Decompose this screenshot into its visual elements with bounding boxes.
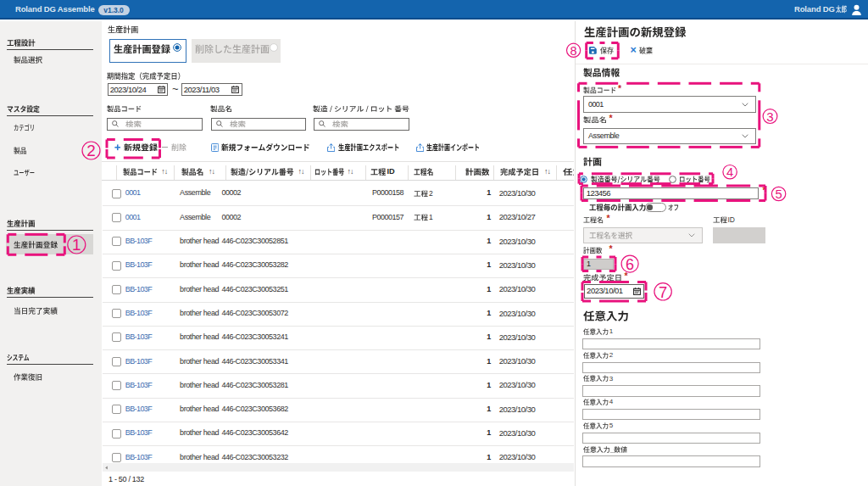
svg-text:6: 6 bbox=[626, 256, 634, 273]
svg-text:8: 8 bbox=[570, 44, 577, 58]
svg-text:4: 4 bbox=[726, 165, 733, 179]
svg-text:1: 1 bbox=[72, 236, 81, 254]
svg-text:2: 2 bbox=[86, 142, 96, 159]
svg-text:5: 5 bbox=[775, 187, 782, 201]
svg-text:3: 3 bbox=[766, 109, 773, 124]
svg-text:7: 7 bbox=[659, 283, 667, 301]
